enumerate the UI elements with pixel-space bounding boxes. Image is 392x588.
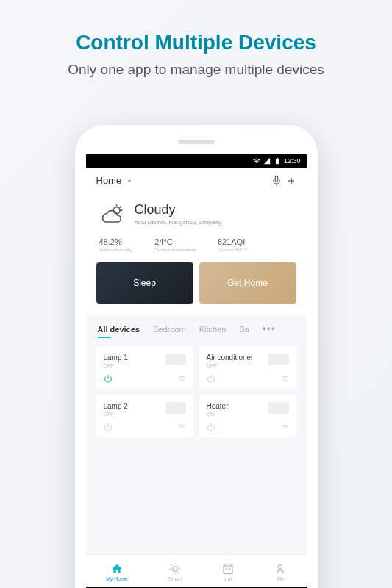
menu-icon[interactable] <box>177 423 186 431</box>
weather-card[interactable]: Cloudy Xihu District, Hangzhou, Zhejiang… <box>86 193 307 262</box>
svg-rect-11 <box>282 380 288 381</box>
power-icon[interactable] <box>104 374 113 383</box>
nav-me[interactable]: Me <box>274 563 286 581</box>
phone-frame: 12:30 Home <box>75 125 318 588</box>
svg-rect-10 <box>282 379 288 379</box>
nav-mall[interactable]: Mall <box>222 563 234 581</box>
tab-bedroom[interactable]: Bedroom <box>153 325 186 334</box>
plus-icon[interactable] <box>286 176 296 186</box>
svg-line-22 <box>178 572 179 573</box>
status-time: 12:30 <box>284 157 301 165</box>
svg-rect-12 <box>179 425 185 426</box>
device-grid: Lamp 1 OFF Air conditioner OFF Lamp 2 OF… <box>86 340 307 443</box>
tabs-more-icon[interactable]: ••• <box>263 324 277 334</box>
stat-temperature: 24°C Outdoor temperature <box>154 237 196 252</box>
scene-row: Sleep Get Home <box>86 262 307 314</box>
signal-icon <box>263 157 271 165</box>
phone-screen: 12:30 Home <box>86 154 307 588</box>
app-header: Home <box>86 168 307 193</box>
svg-rect-13 <box>179 427 185 428</box>
svg-rect-14 <box>179 429 185 429</box>
svg-rect-16 <box>282 427 288 428</box>
power-icon[interactable] <box>207 423 215 431</box>
menu-icon[interactable] <box>280 374 289 383</box>
svg-line-5 <box>119 207 121 208</box>
wifi-icon <box>253 157 260 165</box>
device-lamp-image <box>165 354 186 365</box>
scene-get-home[interactable]: Get Home <box>199 262 296 304</box>
cloudy-icon <box>99 202 126 229</box>
hero-subtitle: Only one app to manage multiple devices <box>0 62 392 78</box>
tab-partial[interactable]: Ba <box>239 325 249 334</box>
svg-point-18 <box>173 567 178 572</box>
svg-rect-17 <box>282 429 288 429</box>
device-ac-image <box>268 354 289 365</box>
svg-point-26 <box>278 565 282 569</box>
device-tabs: All devices Bedroom Kitchen Ba ••• <box>86 314 307 340</box>
nav-smart[interactable]: Smart <box>168 563 182 581</box>
weather-location: Xihu District, Hangzhou, Zhejiang <box>135 219 222 226</box>
power-icon[interactable] <box>207 374 215 383</box>
stat-aqi: 821AQI Outdoor PM2.5 <box>218 237 248 252</box>
device-lamp-image <box>165 402 186 414</box>
device-heater[interactable]: Heater ON <box>199 395 296 437</box>
nav-my-home[interactable]: My Home <box>106 563 128 581</box>
stat-humidity: 48.2% Outdoor humidity <box>99 237 133 252</box>
scene-sleep[interactable]: Sleep <box>96 262 193 304</box>
svg-rect-6 <box>179 376 185 377</box>
tab-kitchen[interactable]: Kitchen <box>199 325 227 334</box>
battery-icon <box>274 157 281 165</box>
svg-rect-7 <box>179 379 185 379</box>
tab-all-devices[interactable]: All devices <box>98 325 140 334</box>
app-screen: Home Cloudy Xihu D <box>86 168 307 579</box>
status-bar: 12:30 <box>86 154 307 168</box>
device-lamp-1[interactable]: Lamp 1 OFF <box>96 346 193 389</box>
menu-icon[interactable] <box>177 374 186 383</box>
smart-icon <box>169 563 181 575</box>
mic-icon[interactable] <box>271 176 282 186</box>
weather-condition: Cloudy <box>135 202 222 218</box>
svg-rect-15 <box>282 425 288 426</box>
device-heater-image <box>268 402 289 414</box>
device-air-conditioner[interactable]: Air conditioner OFF <box>199 346 296 389</box>
home-selector[interactable]: Home <box>96 175 122 186</box>
mall-icon <box>222 563 234 575</box>
bottom-nav: My Home Smart Mall Me <box>86 554 307 587</box>
svg-line-21 <box>171 565 172 566</box>
user-icon <box>274 563 286 575</box>
svg-rect-8 <box>179 380 185 381</box>
chevron-down-icon[interactable] <box>126 177 133 184</box>
phone-speaker <box>178 140 215 144</box>
home-icon <box>111 563 123 575</box>
svg-rect-9 <box>282 376 288 377</box>
device-lamp-2[interactable]: Lamp 2 OFF <box>96 395 193 437</box>
hero-title: Control Multiple Devices <box>0 0 392 54</box>
menu-icon[interactable] <box>280 423 289 431</box>
power-icon[interactable] <box>104 423 113 431</box>
